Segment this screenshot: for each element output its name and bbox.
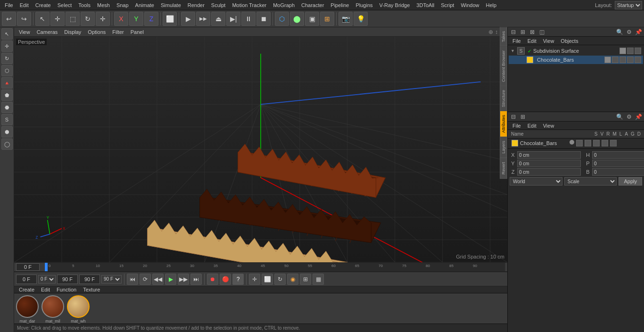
attr-search-icon[interactable]: 🔍 <box>616 113 623 121</box>
om-menu-view[interactable]: View <box>540 38 557 44</box>
mat-menu-texture[interactable]: Texture <box>80 286 103 293</box>
transport-end2-field[interactable] <box>79 275 100 284</box>
left-btn-4[interactable]: 🔺 <box>1 77 13 89</box>
om-extra-choc[interactable] <box>627 57 634 63</box>
om-pin-icon[interactable]: 📌 <box>635 28 642 36</box>
picture-viewer-button[interactable]: ▶| <box>226 12 240 26</box>
attr-menu-file[interactable]: File <box>510 122 524 129</box>
om-vis-subdiv[interactable] <box>619 48 626 54</box>
left-btn-0[interactable]: ↖ <box>1 28 13 40</box>
om-lock-subdiv[interactable] <box>627 48 634 54</box>
menu-select[interactable]: Select <box>55 1 75 9</box>
menu-motion-tracker[interactable]: Motion Tracker <box>229 1 269 9</box>
plane-button[interactable]: ▣ <box>305 12 319 26</box>
material-item-1[interactable]: mat_mil <box>41 295 64 324</box>
om-render-subdiv[interactable] <box>635 48 641 54</box>
render-frame-button[interactable]: ▶ <box>181 12 195 26</box>
go-end-button[interactable]: ⏭ <box>190 274 202 285</box>
menu-create[interactable]: Create <box>33 1 54 9</box>
scale-tool-button[interactable]: ⬚ <box>66 12 80 26</box>
left-btn-1[interactable]: ✛ <box>1 40 13 52</box>
undo-button[interactable]: ↩ <box>2 12 16 26</box>
vp-menu-cameras[interactable]: Cameras <box>34 29 61 35</box>
menu-tools[interactable]: Tools <box>75 1 93 9</box>
key-add-button[interactable]: ✛ <box>249 274 260 285</box>
menu-animate[interactable]: Animate <box>132 1 157 9</box>
render-settings-button[interactable]: ⏏ <box>211 12 225 26</box>
attr-icon-btn-4[interactable] <box>602 140 608 146</box>
light-button[interactable]: 💡 <box>354 12 368 26</box>
vp-menu-view[interactable]: View <box>16 29 33 35</box>
om-extra2-choc[interactable] <box>635 57 641 63</box>
menu-vray[interactable]: V-Ray Bridge <box>377 1 413 9</box>
attr-menu-view[interactable]: View <box>540 122 557 129</box>
y-axis-button[interactable]: Y <box>129 12 143 26</box>
spline-button[interactable]: ⊞ <box>320 12 334 26</box>
om-menu-objects[interactable]: Objects <box>558 38 581 44</box>
camera-button[interactable]: 📷 <box>339 12 353 26</box>
viewport[interactable]: X Y Z Perspective Grid Spacing : 10 cm <box>14 37 507 262</box>
coord-b-rot-field[interactable] <box>592 168 644 176</box>
material-item-2[interactable]: mat_wh <box>67 295 90 324</box>
world-dropdown[interactable]: World <box>510 177 562 186</box>
transport-end1-field[interactable] <box>57 275 78 284</box>
motion-settings-button[interactable]: ⊞ <box>300 274 311 285</box>
transport-end-select[interactable]: 90 F <box>101 275 122 283</box>
go-start-button[interactable]: ⏮ <box>127 274 138 285</box>
material-item-0[interactable]: mat_dar <box>16 295 39 324</box>
dope-sheet-button[interactable]: ▦ <box>313 274 324 285</box>
tab-takes[interactable]: Takes <box>500 27 507 47</box>
layout-select[interactable]: Startup <box>615 1 642 9</box>
menu-plugins[interactable]: Plugins <box>353 1 375 9</box>
render-region-button[interactable]: ▶▶ <box>196 12 210 26</box>
vp-menu-panel[interactable]: Panel <box>128 29 147 35</box>
render-pause-button[interactable]: ⏸ <box>241 12 256 26</box>
attr-icon-btn-3[interactable] <box>593 140 600 146</box>
attr-menu-edit[interactable]: Edit <box>525 122 539 129</box>
left-btn-8[interactable]: ⬢ <box>1 126 13 138</box>
vp-menu-display[interactable]: Display <box>61 29 84 35</box>
menu-render[interactable]: Render <box>185 1 207 9</box>
coord-p-rot-field[interactable] <box>592 160 644 167</box>
z-axis-button[interactable]: Z <box>144 12 158 26</box>
menu-window[interactable]: Window <box>458 1 482 9</box>
left-btn-6[interactable]: ⬣ <box>1 102 13 113</box>
play-button[interactable]: ▶ <box>165 274 176 285</box>
scale-dropdown[interactable]: Scale <box>564 177 617 186</box>
select-tool-button[interactable]: ↖ <box>35 12 50 26</box>
rotate-tool-button[interactable]: ↻ <box>81 12 95 26</box>
help-transport-button[interactable]: ? <box>232 274 244 285</box>
coord-h-rot-field[interactable] <box>592 151 644 159</box>
motion-record-button[interactable]: ◉ <box>287 274 298 285</box>
add-tool-button[interactable]: ✛ <box>96 12 110 26</box>
play-forward-button[interactable]: ▶▶ <box>178 274 189 285</box>
render-stop-button[interactable]: ⏹ <box>256 12 271 26</box>
auto-key-button[interactable]: 🔴 <box>220 274 231 285</box>
om-render-choc[interactable] <box>619 57 626 63</box>
attr-icon-btn-5[interactable] <box>610 140 617 146</box>
left-btn-3[interactable]: ⬡ <box>1 65 13 76</box>
om-row-chocbars[interactable]: Chocolate_Bars <box>509 56 643 64</box>
transport-start-field[interactable] <box>16 275 37 284</box>
menu-mesh[interactable]: Mesh <box>94 1 113 9</box>
current-frame-field[interactable] <box>16 263 40 271</box>
left-btn-7[interactable]: S <box>1 114 13 125</box>
attr-icon-btn-2[interactable] <box>585 140 591 146</box>
menu-mograph[interactable]: MoGraph <box>270 1 297 9</box>
tab-revert[interactable]: Revert <box>500 158 507 179</box>
om-row-subdiv[interactable]: ▼ S ✓ Subdivision Surface <box>509 46 643 56</box>
menu-character[interactable]: Character <box>298 1 327 9</box>
coord-y-pos-field[interactable] <box>517 160 581 167</box>
om-toggle-subdiv[interactable]: ▼ <box>511 49 515 53</box>
tab-content-browser[interactable]: Content Browser <box>500 47 507 86</box>
om-lock-choc[interactable] <box>612 57 619 63</box>
play-reverse-button[interactable]: ◀◀ <box>152 274 164 285</box>
vp-menu-options[interactable]: Options <box>85 29 108 35</box>
om-menu-file[interactable]: File <box>510 38 524 44</box>
move-tool-button[interactable]: ✛ <box>50 12 65 26</box>
om-search-icon[interactable]: 🔍 <box>616 28 623 36</box>
go-prev-button[interactable]: ⟳ <box>140 274 151 285</box>
menu-file[interactable]: File <box>2 1 16 9</box>
attr-row-choc[interactable]: Chocolate_Bars <box>508 138 644 148</box>
menu-simulate[interactable]: Simulate <box>158 1 184 9</box>
